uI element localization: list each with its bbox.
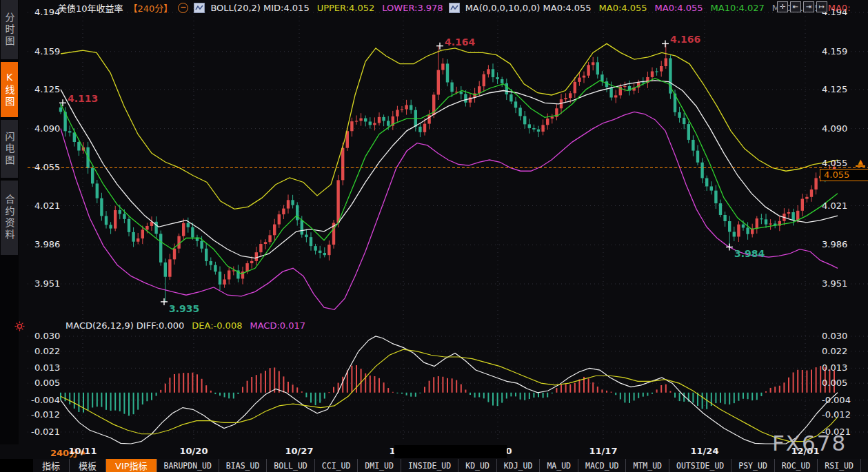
svg-text:4.113: 4.113	[68, 93, 98, 104]
tab-psy_ud[interactable]: PSY_UD	[731, 459, 775, 472]
tab-macd_ud[interactable]: MACD_UD	[578, 459, 626, 472]
svg-text:4.166: 4.166	[670, 34, 700, 45]
sidebar-item-2[interactable]: K线图	[1, 62, 18, 117]
indicator-tabbar: 指标模板VIP指标BARUPDN_UDBIAS_UDBOLL_UDCCI_UDD…	[33, 459, 868, 472]
current-price-badge: 4.055	[820, 169, 868, 181]
axis-shift-left-icon[interactable]: ⇤	[790, 1, 801, 12]
tab-boll_ud[interactable]: BOLL_UD	[267, 459, 314, 472]
tab-rsi_ud[interactable]: RSI_UD	[818, 459, 861, 472]
symbol-title: 美债10年收益率	[58, 1, 123, 14]
price-tick-right: 3.986	[822, 239, 847, 249]
svg-text:4.164: 4.164	[445, 37, 476, 48]
tab-roc_ud[interactable]: ROC_UD	[775, 459, 818, 472]
watermark: FX678	[772, 431, 847, 455]
macd-readout: MACD(26,12,9) DIFF:0.000DEA:-0.008MACD:0…	[65, 320, 305, 331]
macd-dea: DEA:-0.008	[192, 320, 242, 331]
tabbar-corner	[0, 459, 33, 472]
axis-overlay-box	[394, 445, 507, 458]
ma-chart-icon[interactable]	[449, 3, 460, 13]
price-tick-left: 3.951	[34, 278, 60, 289]
axis-shift-right-icon[interactable]: ⇥	[803, 1, 814, 12]
pan-right-icon[interactable]: ↦	[816, 1, 827, 12]
macd-tick-right: 0.013	[822, 362, 847, 373]
tab-inside_ud[interactable]: INSIDE_UD	[401, 459, 458, 472]
time-tick: 10/27	[285, 446, 314, 456]
price-tick-left: 4.159	[34, 46, 60, 57]
period-label[interactable]: 【240分】	[129, 1, 173, 14]
price-tick-right: 4.159	[822, 46, 847, 57]
price-tick-right: 4.055	[822, 158, 847, 168]
time-tick: 11/24	[691, 446, 719, 456]
price-tick-left: 4.194	[34, 7, 60, 17]
ma-magenta: MA0:4.055	[655, 3, 703, 13]
price-tick-right: 4.090	[822, 123, 847, 134]
kline-macd-chart[interactable]: 4.1134.1644.1663.9353.984	[0, 0, 868, 444]
tab-kd_ud[interactable]: KD_UD	[458, 459, 497, 472]
time-axis: 240分 ▲ 10/1110/2010/2711/0311/1011/1711/…	[0, 444, 868, 459]
price-tick-right: 4.125	[822, 84, 847, 94]
tab-指标[interactable]: 指标	[33, 459, 70, 472]
ma-yellow: MA0:4.055	[599, 3, 647, 13]
tab-sma_ud[interactable]: SMA_UD	[861, 459, 868, 472]
macd-tick-right: 0.022	[822, 346, 847, 356]
macd-tick-left: 0.022	[34, 346, 60, 356]
tab-bias_ud[interactable]: BIAS_UD	[219, 459, 267, 472]
macd-tick-left: -0.012	[31, 409, 60, 420]
indicator-settings-icon[interactable]	[14, 321, 25, 334]
app-window: 4.1134.1644.1663.9353.984 分时图K线图闪电图合约资料 …	[0, 0, 868, 472]
macd-tick-right: 0.005	[822, 378, 847, 388]
ma-red: MA0:	[828, 3, 851, 13]
macd-params: MACD(26,12,9) DIFF:0.000	[65, 320, 184, 331]
tab-dmi_ud[interactable]: DMI_UD	[358, 459, 401, 472]
chart-header: 美债10年收益率 【240分】 − BOLL(20,2) MID:4.015UP…	[58, 2, 851, 14]
chart-toolbar: ✛⇤⇥↦	[777, 1, 827, 12]
tab-模板[interactable]: 模板	[70, 459, 106, 472]
macd-macd: MACD:0.017	[250, 320, 305, 331]
boll-readout: BOLL(20,2) MID:4.015UPPER:4.052LOWER:3.9…	[210, 3, 443, 13]
time-tick: 10/20	[180, 446, 208, 456]
sidebar-item-1[interactable]: 分时图	[1, 0, 18, 59]
tab-outside_ud[interactable]: OUTSIDE_UD	[669, 459, 731, 472]
svg-text:3.984: 3.984	[734, 248, 765, 259]
macd-tick-left: 0.005	[34, 378, 60, 388]
macd-tick-right: -0.004	[822, 395, 851, 405]
boll-chart-icon[interactable]	[194, 3, 205, 13]
macd-tick-right: 0.030	[822, 331, 847, 341]
macd-tick-left: 0.030	[34, 331, 60, 341]
price-tick-left: 4.090	[34, 123, 60, 134]
macd-tick-left: 0.013	[34, 362, 60, 373]
boll-upper: UPPER:4.052	[317, 3, 375, 13]
tab-kdj_ud[interactable]: KDJ_UD	[497, 459, 541, 472]
sidebar-item-4[interactable]: 合约资料	[1, 181, 18, 255]
macd-tick-left: -0.021	[31, 427, 60, 437]
boll-params: BOLL(20,2) MID:4.015	[210, 3, 309, 13]
ma-params: MA(0,0,0,10,0,0) MA0:4.055	[465, 3, 592, 13]
sidebar-item-3[interactable]: 闪电图	[1, 120, 18, 178]
price-tick-right: 4.021	[822, 201, 847, 211]
collapse-icon[interactable]: −	[178, 3, 188, 13]
tab-vip指标[interactable]: VIP指标	[106, 459, 157, 472]
price-tick-left: 3.986	[34, 239, 60, 249]
boll-lower: LOWER:3.978	[382, 3, 443, 13]
price-tick-left: 4.021	[34, 201, 60, 211]
tab-cci_ud[interactable]: CCI_UD	[315, 459, 359, 472]
price-tick-left: 4.125	[34, 84, 60, 94]
macd-tick-left: -0.004	[31, 395, 60, 405]
price-up-arrow-icon: ▲	[856, 158, 865, 167]
tab-barupdn_ud[interactable]: BARUPDN_UD	[157, 459, 219, 472]
price-tick-right: 3.951	[822, 278, 847, 289]
tab-mtm_ud[interactable]: MTM_UD	[626, 459, 669, 472]
time-tick: 11/17	[589, 446, 618, 456]
time-tick: 10/11	[69, 446, 97, 456]
ma-green: MA10:4.027	[711, 3, 765, 13]
svg-text:3.935: 3.935	[169, 303, 199, 314]
macd-tick-right: -0.012	[822, 409, 851, 420]
tab-ma_ud[interactable]: MA_UD	[540, 459, 578, 472]
price-tick-left: 4.055	[34, 162, 60, 172]
move-icon[interactable]: ✛	[777, 1, 788, 12]
sidebar: 分时图K线图闪电图合约资料	[0, 0, 19, 472]
